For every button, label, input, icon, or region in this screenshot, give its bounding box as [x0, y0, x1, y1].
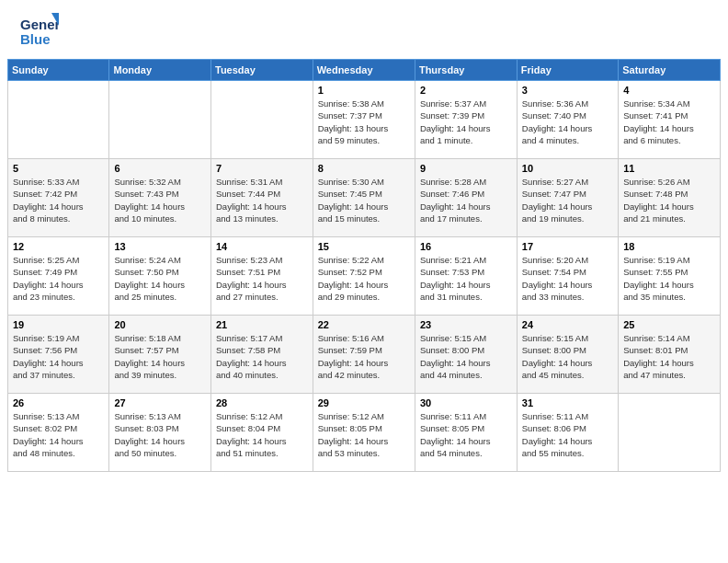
day-info: Sunrise: 5:12 AM Sunset: 8:04 PM Dayligh… [216, 410, 308, 459]
day-info: Sunrise: 5:16 AM Sunset: 7:59 PM Dayligh… [318, 332, 410, 381]
svg-text:Blue: Blue [20, 31, 51, 47]
calendar-cell [619, 394, 721, 472]
calendar-cell: 28Sunrise: 5:12 AM Sunset: 8:04 PM Dayli… [211, 394, 313, 472]
calendar-cell: 25Sunrise: 5:14 AM Sunset: 8:01 PM Dayli… [619, 316, 721, 394]
svg-text:General: General [20, 17, 59, 32]
day-info: Sunrise: 5:13 AM Sunset: 8:02 PM Dayligh… [13, 410, 104, 459]
day-info: Sunrise: 5:21 AM Sunset: 7:53 PM Dayligh… [420, 254, 512, 303]
day-number: 30 [420, 397, 512, 408]
calendar-week-row: 19Sunrise: 5:19 AM Sunset: 7:56 PM Dayli… [8, 316, 721, 394]
day-info: Sunrise: 5:36 AM Sunset: 7:40 PM Dayligh… [522, 98, 613, 146]
day-number: 13 [114, 241, 206, 252]
day-info: Sunrise: 5:22 AM Sunset: 7:52 PM Dayligh… [318, 254, 410, 303]
calendar-cell [109, 81, 211, 159]
calendar-cell: 20Sunrise: 5:18 AM Sunset: 7:57 PM Dayli… [109, 316, 211, 394]
day-number: 25 [623, 319, 715, 330]
calendar-cell: 1Sunrise: 5:38 AM Sunset: 7:37 PM Daylig… [313, 81, 415, 159]
day-number: 17 [522, 241, 613, 252]
calendar-cell: 14Sunrise: 5:23 AM Sunset: 7:51 PM Dayli… [211, 237, 313, 316]
day-number: 22 [318, 319, 410, 330]
day-info: Sunrise: 5:25 AM Sunset: 7:49 PM Dayligh… [13, 254, 104, 303]
calendar-cell: 23Sunrise: 5:15 AM Sunset: 8:00 PM Dayli… [415, 316, 517, 394]
day-number: 27 [114, 397, 206, 408]
day-info: Sunrise: 5:23 AM Sunset: 7:51 PM Dayligh… [216, 254, 308, 303]
calendar-table: SundayMondayTuesdayWednesdayThursdayFrid… [7, 59, 721, 472]
day-info: Sunrise: 5:20 AM Sunset: 7:54 PM Dayligh… [522, 254, 613, 303]
day-number: 29 [318, 397, 410, 408]
weekday-header: Saturday [619, 60, 721, 81]
calendar-header-row: SundayMondayTuesdayWednesdayThursdayFrid… [8, 60, 721, 81]
day-info: Sunrise: 5:26 AM Sunset: 7:48 PM Dayligh… [623, 176, 715, 224]
calendar-cell: 27Sunrise: 5:13 AM Sunset: 8:03 PM Dayli… [109, 394, 211, 472]
calendar-cell: 24Sunrise: 5:15 AM Sunset: 8:00 PM Dayli… [517, 316, 618, 394]
day-info: Sunrise: 5:28 AM Sunset: 7:46 PM Dayligh… [420, 176, 512, 224]
day-number: 18 [623, 241, 715, 252]
calendar-cell: 30Sunrise: 5:11 AM Sunset: 8:05 PM Dayli… [415, 394, 517, 472]
calendar-week-row: 12Sunrise: 5:25 AM Sunset: 7:49 PM Dayli… [8, 237, 721, 316]
calendar-cell: 2Sunrise: 5:37 AM Sunset: 7:39 PM Daylig… [415, 81, 517, 159]
weekday-header: Friday [517, 60, 618, 81]
calendar-cell [211, 81, 313, 159]
calendar-cell: 18Sunrise: 5:19 AM Sunset: 7:55 PM Dayli… [619, 237, 721, 316]
calendar-cell: 4Sunrise: 5:34 AM Sunset: 7:41 PM Daylig… [619, 81, 721, 159]
day-info: Sunrise: 5:18 AM Sunset: 7:57 PM Dayligh… [114, 332, 206, 381]
calendar-cell: 11Sunrise: 5:26 AM Sunset: 7:48 PM Dayli… [619, 159, 721, 237]
calendar-cell: 19Sunrise: 5:19 AM Sunset: 7:56 PM Dayli… [8, 316, 109, 394]
day-info: Sunrise: 5:11 AM Sunset: 8:06 PM Dayligh… [522, 410, 613, 459]
day-number: 19 [13, 319, 104, 330]
day-info: Sunrise: 5:19 AM Sunset: 7:56 PM Dayligh… [13, 332, 104, 381]
day-number: 31 [522, 397, 613, 408]
day-number: 21 [216, 319, 308, 330]
weekday-header: Monday [109, 60, 211, 81]
calendar-cell: 26Sunrise: 5:13 AM Sunset: 8:02 PM Dayli… [8, 394, 109, 472]
calendar-cell: 16Sunrise: 5:21 AM Sunset: 7:53 PM Dayli… [415, 237, 517, 316]
calendar-cell: 8Sunrise: 5:30 AM Sunset: 7:45 PM Daylig… [313, 159, 415, 237]
calendar-cell: 3Sunrise: 5:36 AM Sunset: 7:40 PM Daylig… [517, 81, 618, 159]
day-info: Sunrise: 5:15 AM Sunset: 8:00 PM Dayligh… [522, 332, 613, 381]
calendar-cell: 15Sunrise: 5:22 AM Sunset: 7:52 PM Dayli… [313, 237, 415, 316]
day-info: Sunrise: 5:11 AM Sunset: 8:05 PM Dayligh… [420, 410, 512, 459]
day-number: 9 [420, 163, 512, 174]
day-number: 2 [420, 85, 512, 96]
day-number: 23 [420, 319, 512, 330]
calendar-cell: 6Sunrise: 5:32 AM Sunset: 7:43 PM Daylig… [109, 159, 211, 237]
calendar-week-row: 5Sunrise: 5:33 AM Sunset: 7:42 PM Daylig… [8, 159, 721, 237]
calendar-cell: 9Sunrise: 5:28 AM Sunset: 7:46 PM Daylig… [415, 159, 517, 237]
day-info: Sunrise: 5:15 AM Sunset: 8:00 PM Dayligh… [420, 332, 512, 381]
weekday-header: Thursday [415, 60, 517, 81]
calendar-cell: 13Sunrise: 5:24 AM Sunset: 7:50 PM Dayli… [109, 237, 211, 316]
calendar-cell: 17Sunrise: 5:20 AM Sunset: 7:54 PM Dayli… [517, 237, 618, 316]
calendar-week-row: 1Sunrise: 5:38 AM Sunset: 7:37 PM Daylig… [8, 81, 721, 159]
calendar-cell: 5Sunrise: 5:33 AM Sunset: 7:42 PM Daylig… [8, 159, 109, 237]
day-number: 12 [13, 241, 104, 252]
calendar-cell: 21Sunrise: 5:17 AM Sunset: 7:58 PM Dayli… [211, 316, 313, 394]
header: General Blue [0, 0, 728, 59]
day-number: 24 [522, 319, 613, 330]
day-number: 4 [623, 85, 715, 96]
day-number: 8 [318, 163, 410, 174]
weekday-header: Wednesday [313, 60, 415, 81]
weekday-header: Sunday [8, 60, 109, 81]
day-number: 26 [13, 397, 104, 408]
weekday-header: Tuesday [211, 60, 313, 81]
day-info: Sunrise: 5:27 AM Sunset: 7:47 PM Dayligh… [522, 176, 613, 224]
calendar-cell: 29Sunrise: 5:12 AM Sunset: 8:05 PM Dayli… [313, 394, 415, 472]
day-number: 16 [420, 241, 512, 252]
day-number: 11 [623, 163, 715, 174]
logo: General Blue [18, 11, 59, 52]
calendar-cell: 7Sunrise: 5:31 AM Sunset: 7:44 PM Daylig… [211, 159, 313, 237]
day-info: Sunrise: 5:37 AM Sunset: 7:39 PM Dayligh… [420, 98, 512, 146]
day-info: Sunrise: 5:38 AM Sunset: 7:37 PM Dayligh… [318, 98, 410, 146]
calendar-wrapper: SundayMondayTuesdayWednesdayThursdayFrid… [0, 59, 728, 479]
day-number: 14 [216, 241, 308, 252]
calendar-cell: 22Sunrise: 5:16 AM Sunset: 7:59 PM Dayli… [313, 316, 415, 394]
logo-svg: General Blue [18, 11, 59, 52]
day-number: 1 [318, 85, 410, 96]
calendar-cell: 10Sunrise: 5:27 AM Sunset: 7:47 PM Dayli… [517, 159, 618, 237]
day-info: Sunrise: 5:13 AM Sunset: 8:03 PM Dayligh… [114, 410, 206, 459]
calendar-cell: 31Sunrise: 5:11 AM Sunset: 8:06 PM Dayli… [517, 394, 618, 472]
day-info: Sunrise: 5:12 AM Sunset: 8:05 PM Dayligh… [318, 410, 410, 459]
calendar-week-row: 26Sunrise: 5:13 AM Sunset: 8:02 PM Dayli… [8, 394, 721, 472]
day-info: Sunrise: 5:19 AM Sunset: 7:55 PM Dayligh… [623, 254, 715, 303]
day-number: 28 [216, 397, 308, 408]
